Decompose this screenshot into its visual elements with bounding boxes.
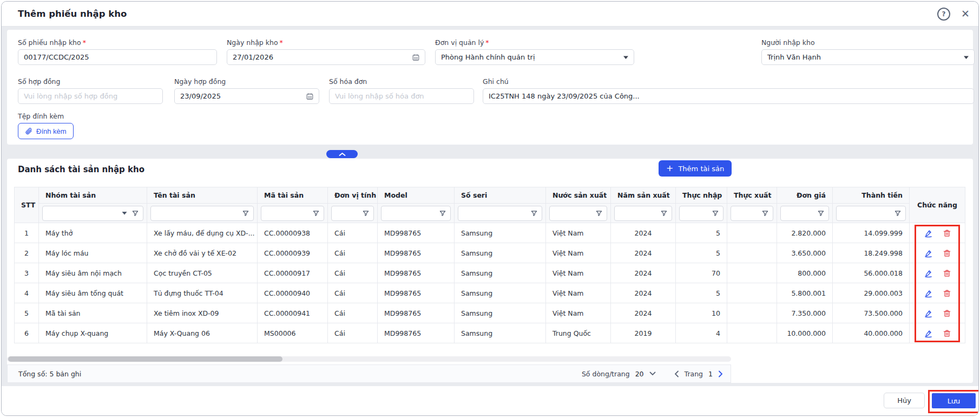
filter-icons-model[interactable] (439, 210, 446, 217)
cell-dvt: Cái (328, 303, 378, 323)
cell-dvt: Cái (328, 263, 378, 283)
delete-row-button[interactable] (943, 249, 951, 258)
filter-icons-nam[interactable] (660, 210, 668, 217)
filter-funnel-icon[interactable] (817, 210, 825, 217)
filter-box-thuc_nhap (679, 206, 724, 221)
horizontal-scrollbar-track[interactable] (7, 356, 731, 362)
filter-icons-seri[interactable] (530, 210, 538, 217)
filter-input-seri[interactable] (458, 206, 542, 220)
assets-table-wrap: STTNhóm tài sảnTên tài sảnMã tài sảnĐơn … (14, 187, 965, 343)
cell-thanh_tien: 29.000.003 (833, 283, 910, 303)
next-page-icon[interactable] (718, 370, 723, 377)
add-asset-button[interactable]: + Thêm tài sản (659, 160, 732, 177)
page-label: Trang (685, 370, 703, 378)
cell-stt: 1 (15, 223, 39, 243)
filter-funnel-icon[interactable] (362, 210, 370, 217)
filter-caret-icon[interactable] (122, 211, 127, 215)
calendar-icon[interactable] (412, 53, 420, 61)
filter-icons-nuoc[interactable] (595, 210, 603, 217)
filter-funnel-icon[interactable] (894, 210, 902, 217)
cell-don_gia: 5.800.001 (777, 283, 833, 303)
assets-panel: Danh sách tài sản nhập kho + Thêm tài sả… (7, 159, 973, 383)
contract-number-input[interactable] (18, 89, 162, 103)
close-icon[interactable]: ✕ (961, 9, 970, 19)
edit-row-button[interactable] (924, 289, 933, 298)
cancel-button[interactable]: Hủy (884, 393, 925, 408)
edit-row-button[interactable] (924, 249, 933, 258)
invoice-number-input[interactable] (330, 89, 473, 103)
edit-row-button[interactable] (924, 229, 933, 238)
edit-row-button[interactable] (924, 269, 933, 278)
calendar-icon[interactable] (306, 92, 314, 100)
required-marker: * (83, 38, 86, 47)
column-header-nuoc: Nước sản xuất (546, 187, 611, 204)
edit-row-button[interactable] (924, 329, 933, 338)
filter-funnel-icon[interactable] (131, 210, 139, 217)
filter-funnel-icon[interactable] (660, 210, 668, 217)
add-asset-button-label: Thêm tài sản (678, 165, 724, 173)
filter-funnel-icon[interactable] (712, 210, 719, 217)
edit-icon (924, 309, 933, 318)
page-number: 1 (708, 370, 713, 378)
cell-model: MD998765 (378, 283, 455, 303)
edit-row-button[interactable] (924, 309, 933, 318)
trash-icon (943, 249, 951, 258)
cell-seri: Samsung (455, 243, 546, 263)
filter-icons-nhom[interactable] (122, 210, 139, 217)
cell-don_gia: 800.000 (777, 263, 833, 283)
filter-funnel-icon[interactable] (761, 210, 769, 217)
attach-button[interactable]: Đính kèm (18, 123, 74, 139)
cell-nuoc: Việt Nam (546, 283, 611, 303)
filter-funnel-icon[interactable] (439, 210, 446, 217)
filter-funnel-icon[interactable] (242, 210, 249, 217)
cell-nam: 2024 (611, 263, 676, 283)
delete-row-button[interactable] (943, 269, 951, 278)
filter-box-seri (458, 206, 542, 221)
cell-stt: 5 (15, 303, 39, 323)
filter-icons-thuc_nhap[interactable] (712, 210, 719, 217)
total-records-text: Tổng số: 5 bản ghi (18, 370, 81, 378)
save-button[interactable]: Lưu (932, 393, 976, 408)
cell-thanh_tien: 14.099.999 (833, 223, 910, 243)
filter-icons-don_gia[interactable] (817, 210, 825, 217)
cell-nam: 2019 (611, 323, 676, 343)
filter-cell-dvt (328, 204, 378, 223)
receipt-date-input[interactable] (227, 50, 425, 64)
filter-icons-thanh_tien[interactable] (894, 210, 902, 217)
cell-ten: Xe tiêm inox XD-09 (147, 303, 258, 323)
chevron-down-icon (623, 55, 629, 60)
rows-per-page-caret-icon[interactable] (649, 372, 656, 376)
managing-unit-label: Đơn vị quản lý* (435, 38, 634, 47)
managing-unit-select[interactable]: Phòng Hành chính quản trị (435, 49, 634, 65)
cell-thuc_xuat (727, 243, 777, 263)
contract-date-input[interactable] (175, 89, 319, 103)
receipt-number-input[interactable] (18, 50, 216, 64)
cell-don_gia: 10.000.000 (777, 323, 833, 343)
horizontal-scrollbar-thumb[interactable] (8, 356, 282, 362)
chevron-up-icon (339, 152, 346, 157)
delete-row-button[interactable] (943, 329, 951, 338)
rows-per-page-value[interactable]: 20 (635, 370, 644, 378)
help-icon[interactable]: ? (937, 8, 950, 21)
filter-cell-thuc_nhap (676, 204, 727, 223)
filter-funnel-icon[interactable] (530, 210, 538, 217)
filter-icons-thuc_xuat[interactable] (761, 210, 769, 217)
cell-nuoc: Việt Nam (546, 243, 611, 263)
filter-icons-ma[interactable] (312, 210, 320, 217)
collapse-form-button[interactable] (326, 150, 358, 158)
delete-row-button[interactable] (943, 289, 951, 298)
filter-input-ten[interactable] (151, 206, 253, 220)
delete-row-button[interactable] (943, 229, 951, 238)
receiver-select[interactable]: Trịnh Văn Hạnh (761, 49, 975, 65)
filter-icons-ten[interactable] (242, 210, 249, 217)
delete-row-button[interactable] (943, 309, 951, 318)
prev-page-icon[interactable] (674, 370, 679, 377)
cell-nam: 2024 (611, 303, 676, 323)
cell-thuc_xuat (727, 263, 777, 283)
filter-funnel-icon[interactable] (595, 210, 603, 217)
filter-funnel-icon[interactable] (312, 210, 320, 217)
filter-cell-thuc_xuat (727, 204, 777, 223)
note-input[interactable] (483, 89, 974, 103)
filter-icons-dvt[interactable] (362, 210, 370, 217)
column-header-thuc_nhap: Thực nhập (676, 187, 727, 204)
